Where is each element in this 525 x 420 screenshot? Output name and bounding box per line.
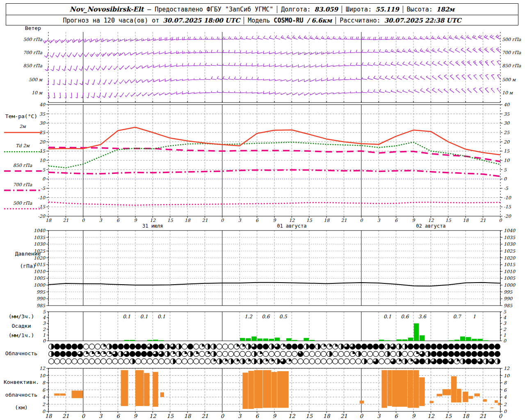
cloud-panel-title: Облачность xyxy=(5,350,37,356)
divider xyxy=(403,6,403,13)
hour-label-bottom: 3 xyxy=(377,413,380,419)
hour-label-bottom: 21 xyxy=(62,413,69,419)
temp-legend-label: 2м xyxy=(19,124,26,129)
pressure-tick: 1005 xyxy=(504,276,515,281)
hour-label: 6 xyxy=(116,218,119,223)
pressure-tick: 1010 xyxy=(34,269,45,274)
date-label: 31 июля xyxy=(142,223,163,229)
conv-panel-unit: (км) xyxy=(15,404,27,411)
model-name: COSMO-RU xyxy=(274,17,303,24)
temp-tick: 25 xyxy=(504,130,509,135)
pressure-tick: 1015 xyxy=(34,262,45,267)
hour-label-bottom: 18 xyxy=(323,413,330,419)
precip-tick: 4 xyxy=(503,315,506,320)
pressure-tick: 1025 xyxy=(504,248,515,253)
date-label: 02 августа xyxy=(416,223,445,229)
temp-tick: 40 xyxy=(39,102,45,107)
precip-3h-sum: 0.5 xyxy=(279,314,287,320)
conv-tick: 0 xyxy=(504,409,507,414)
temp-tick: 35 xyxy=(504,111,509,116)
precip-tick: 0 xyxy=(503,338,506,344)
pressure-tick: 1030 xyxy=(34,242,45,247)
precip-3h-sum: 0.6 xyxy=(401,314,409,320)
pressure-tick: 1015 xyxy=(504,262,515,267)
hour-label-bottom: 6 xyxy=(116,413,119,419)
hour-label-bottom: 12 xyxy=(288,413,295,419)
latitude-value: 55.119 xyxy=(375,6,399,13)
pressure-tick: 990 xyxy=(504,296,512,301)
temp-tick: 20 xyxy=(504,139,509,144)
precip-tick: 5 xyxy=(43,309,46,315)
hour-label-bottom: 12 xyxy=(149,413,156,419)
temp-legend-label: 500 гПа xyxy=(13,201,32,206)
conv-tick: 10 xyxy=(39,373,45,378)
hour-label-bottom: 9 xyxy=(134,413,137,419)
hour-label: 15 xyxy=(306,218,312,223)
temp-tick: -5 xyxy=(41,186,45,191)
pressure-tick: 1040 xyxy=(34,228,45,233)
temp-tick: -20 xyxy=(504,214,511,219)
hour-label: 9 xyxy=(412,218,415,223)
conv-tick: 8 xyxy=(504,380,507,386)
conv-tick: 6 xyxy=(42,387,45,393)
wind-level-label: 700 гПа xyxy=(502,50,521,55)
header: Nov_Novosibirsk-Elt – Предоставлено ФГБУ… xyxy=(6,3,518,25)
hour-label: 18 xyxy=(185,218,190,223)
wind-panel-title: Ветер xyxy=(25,25,41,31)
divider xyxy=(342,6,342,13)
model-resolution: / 6.6км xyxy=(307,17,332,24)
hour-label-bottom: 0 xyxy=(221,413,224,419)
precip-unit-3h: (мм/3ч.) xyxy=(9,313,34,320)
hour-label-bottom: 15 xyxy=(445,413,452,419)
temp-tick: -5 xyxy=(504,186,508,191)
conv-panel-title-2: облачность xyxy=(5,392,37,398)
hour-label-bottom: 3 xyxy=(238,413,241,419)
wind-level-label: 500 гПа xyxy=(23,37,42,42)
temp-tick: -10 xyxy=(38,195,45,200)
wind-level-label: 500 гПа xyxy=(502,37,521,42)
hour-label: 12 xyxy=(428,218,434,223)
pressure-tick: 1005 xyxy=(34,276,45,281)
hour-label: 9 xyxy=(273,218,276,223)
hour-label-bottom: 18 xyxy=(462,413,469,419)
longitude-value: 83.059 xyxy=(315,6,338,13)
pressure-tick: 995 xyxy=(37,289,45,294)
hour-label: 21 xyxy=(341,218,347,223)
pressure-tick: 1025 xyxy=(34,248,45,253)
temp-tick: 10 xyxy=(504,158,509,163)
conv-panel-title-1: Конвективн. xyxy=(4,379,39,385)
conv-tick: 8 xyxy=(42,380,45,386)
precip-tick: 2 xyxy=(503,326,506,332)
hour-label: 12 xyxy=(150,218,155,223)
temp-tick: 0 xyxy=(42,176,45,182)
wind-level-label: 500 м xyxy=(29,77,42,82)
precip-tick: 5 xyxy=(503,309,506,315)
altitude-value: 182м xyxy=(436,6,454,13)
temp-tick: 5 xyxy=(504,167,507,172)
wind-level-label: 850 гПа xyxy=(23,63,42,68)
hour-label-bottom: 9 xyxy=(273,413,276,419)
precip-panel-title: Осадки xyxy=(12,323,31,329)
calc-label: Рассчитано: xyxy=(340,17,380,24)
altitude-label: Высота: xyxy=(407,6,433,13)
hour-label: 15 xyxy=(445,218,451,223)
hour-label: 21 xyxy=(63,218,68,223)
hour-label-bottom: 12 xyxy=(427,413,434,419)
pressure-tick: 1000 xyxy=(34,283,45,288)
precip-3h-sum: 0.1 xyxy=(123,314,130,320)
station-name: Nov_Novosibirsk-Elt xyxy=(70,5,144,13)
precip-unit-1h: (мм/1ч.) xyxy=(9,332,34,338)
wind-level-label: 700 гПа xyxy=(23,50,42,55)
conv-tick: 12 xyxy=(504,366,509,371)
pressure-tick: 1010 xyxy=(504,269,515,274)
hour-label-bottom: 3 xyxy=(99,413,102,419)
temp-tick: 30 xyxy=(39,121,45,126)
temp-tick: 35 xyxy=(39,111,45,116)
temp-tick: 0 xyxy=(504,176,507,182)
conv-tick: 6 xyxy=(504,387,507,393)
calc-time: 30.07.2025 22:38 UTC xyxy=(384,17,461,24)
temp-tick: 20 xyxy=(39,139,45,144)
precip-3h-sum: 0.1 xyxy=(140,314,148,320)
conv-tick: 2 xyxy=(504,402,507,407)
temp-tick: 40 xyxy=(504,102,509,107)
